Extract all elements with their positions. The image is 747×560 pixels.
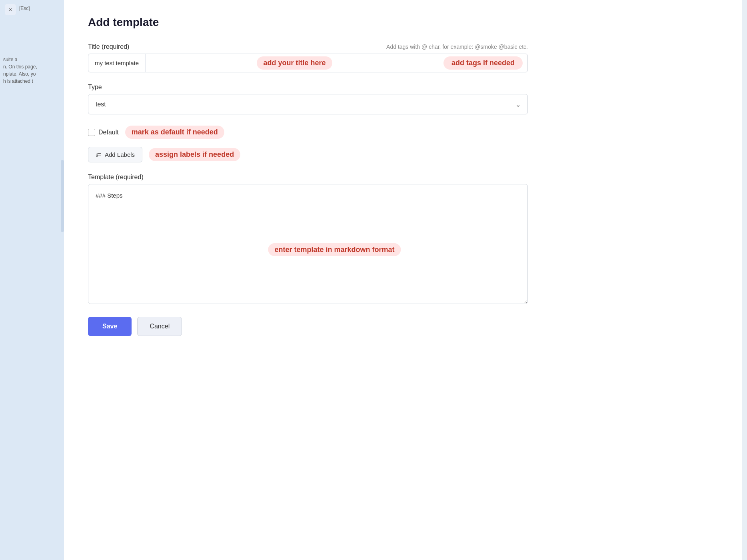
title-annotation-area: add your title here — [146, 56, 443, 70]
template-field-header: Template (required) — [88, 174, 528, 181]
default-checkbox-row: Default mark as default if needed — [88, 126, 528, 139]
type-select[interactable]: test — [88, 94, 528, 114]
add-labels-row: 🏷 Add Labels assign labels if needed — [88, 147, 528, 162]
save-button[interactable]: Save — [88, 317, 132, 336]
add-labels-button-label: Add Labels — [105, 151, 135, 158]
title-field-label: Title (required) — [88, 43, 129, 50]
default-checkbox[interactable] — [88, 129, 95, 136]
add-template-form: Title (required) Add tags with @ char, f… — [88, 43, 528, 336]
cancel-button[interactable]: Cancel — [137, 317, 182, 336]
default-checkbox-label: Default — [98, 129, 119, 136]
sidebar-panel: × [Esc] suite a n. On this page, nplate.… — [0, 0, 64, 560]
template-field-label: Template (required) — [88, 174, 144, 181]
template-field-row: Template (required) enter template in ma… — [88, 174, 528, 306]
default-checkbox-group: Default — [88, 129, 119, 136]
esc-label: [Esc] — [19, 6, 30, 11]
default-annotation-bubble: mark as default if needed — [125, 126, 224, 139]
template-textarea-wrapper: enter template in markdown format — [88, 184, 528, 306]
close-icon: × — [9, 6, 12, 13]
sidebar-scrollbar[interactable] — [61, 160, 64, 232]
title-field-header: Title (required) Add tags with @ char, f… — [88, 43, 528, 50]
template-textarea[interactable] — [88, 184, 528, 304]
title-prefix-value: my test template — [88, 54, 146, 72]
close-button[interactable]: × — [5, 4, 16, 15]
form-buttons-row: Save Cancel — [88, 317, 528, 336]
title-field-hint: Add tags with @ char, for example: @smok… — [386, 44, 528, 50]
main-content: Add template Title (required) Add tags w… — [64, 0, 747, 560]
title-input-wrapper[interactable]: my test template add your title here add… — [88, 54, 528, 72]
title-field-row: Title (required) Add tags with @ char, f… — [88, 43, 528, 72]
right-border — [742, 0, 747, 560]
page-title: Add template — [88, 16, 723, 29]
labels-annotation-bubble: assign labels if needed — [149, 148, 240, 161]
type-field-row: Type test ⌄ — [88, 84, 528, 114]
add-labels-button[interactable]: 🏷 Add Labels — [88, 147, 142, 162]
type-select-wrapper: test ⌄ — [88, 94, 528, 114]
type-field-label: Type — [88, 84, 102, 91]
type-field-header: Type — [88, 84, 528, 91]
tag-icon: 🏷 — [96, 151, 102, 158]
sidebar-text: suite a n. On this page, nplate. Also, y… — [0, 56, 56, 85]
tags-annotation-bubble: add tags if needed — [443, 56, 523, 70]
title-annotation-bubble: add your title here — [257, 56, 332, 70]
